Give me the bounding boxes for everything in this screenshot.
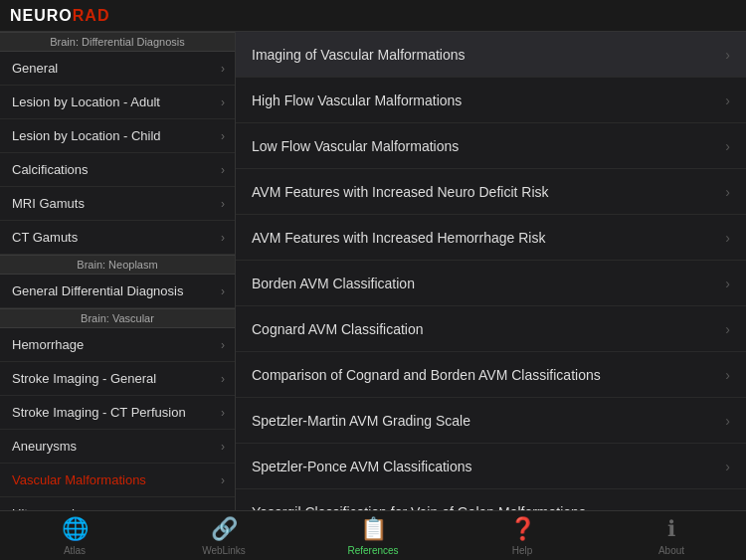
reference-item-label: Spetzler-Ponce AVM Classifications <box>252 459 717 474</box>
chevron-right-icon: › <box>725 321 730 337</box>
sidebar-item[interactable]: General Differential Diagnosis› <box>0 275 235 308</box>
reference-item[interactable]: Spetzler-Martin AVM Grading Scale› <box>236 398 746 444</box>
sidebar-item[interactable]: Vascular Malformations› <box>0 464 235 497</box>
reference-item[interactable]: Spetzler-Ponce AVM Classifications› <box>236 444 746 489</box>
sidebar-item-label: General Differential Diagnosis <box>12 283 217 298</box>
chevron-right-icon: › <box>221 62 225 76</box>
reference-item[interactable]: Yasargil Classification for Vein of Gale… <box>236 489 746 510</box>
sidebar-item-label: Hemorrhage <box>12 337 217 352</box>
logo-rad: Rad <box>73 7 110 25</box>
sidebar-item[interactable]: Lesion by Location - Child› <box>0 119 235 153</box>
tab-item-atlas[interactable]: 🌐Atlas <box>0 516 149 556</box>
chevron-right-icon: › <box>221 338 225 352</box>
sidebar-section-header: Brain: Differential Diagnosis <box>0 32 235 52</box>
chevron-right-icon: › <box>221 197 225 211</box>
chevron-right-icon: › <box>221 163 225 177</box>
chevron-right-icon: › <box>725 230 730 246</box>
chevron-right-icon: › <box>725 367 730 383</box>
chevron-right-icon: › <box>725 47 730 63</box>
tab-item-about[interactable]: ℹAbout <box>597 516 746 556</box>
reference-item[interactable]: Comparison of Cognard and Borden AVM Cla… <box>236 352 746 398</box>
tab-label: Atlas <box>64 545 86 556</box>
sidebar-item[interactable]: Aneurysms› <box>0 430 235 464</box>
app-header: NeuroRad <box>0 0 746 32</box>
tab-label: About <box>658 545 684 556</box>
chevron-right-icon: › <box>725 459 730 474</box>
chevron-right-icon: › <box>725 276 730 291</box>
reference-item-label: Borden AVM Classification <box>252 276 717 291</box>
sidebar-section-header: Brain: Vascular <box>0 308 235 328</box>
chevron-right-icon: › <box>221 129 225 143</box>
main-content: Brain: Differential DiagnosisGeneral›Les… <box>0 32 746 510</box>
reference-item[interactable]: AVM Features with Increased Hemorrhage R… <box>236 215 746 261</box>
reference-item[interactable]: Borden AVM Classification› <box>236 261 746 306</box>
sidebar-item[interactable]: MRI Gamuts› <box>0 187 235 221</box>
references-panel: Imaging of Vascular Malformations›High F… <box>236 32 746 510</box>
tab-icon-weblinks: 🔗 <box>211 516 238 542</box>
sidebar-item[interactable]: Calcifications› <box>0 153 235 187</box>
sidebar-item-label: Calcifications <box>12 162 217 177</box>
reference-item[interactable]: AVM Features with Increased Neuro Defici… <box>236 169 746 215</box>
chevron-right-icon: › <box>221 440 225 454</box>
reference-item-label: High Flow Vascular Malformations <box>252 93 717 108</box>
app-logo: NeuroRad <box>0 7 236 25</box>
sidebar-item-label: General <box>12 61 217 76</box>
tab-item-help[interactable]: ❓Help <box>448 516 597 556</box>
chevron-right-icon: › <box>725 93 730 108</box>
sidebar-item[interactable]: Lesion by Location - Adult› <box>0 86 235 119</box>
sidebar-item-label: CT Gamuts <box>12 230 217 245</box>
reference-item-label: Cognard AVM Classification <box>252 321 717 337</box>
tab-icon-help: ❓ <box>509 516 536 542</box>
chevron-right-icon: › <box>221 95 225 109</box>
sidebar: Brain: Differential DiagnosisGeneral›Les… <box>0 32 236 510</box>
tab-label: References <box>347 545 398 556</box>
tab-icon-atlas: 🌐 <box>62 516 89 542</box>
chevron-right-icon: › <box>221 284 225 298</box>
reference-item[interactable]: Cognard AVM Classification› <box>236 306 746 352</box>
reference-item-label: AVM Features with Increased Hemorrhage R… <box>252 230 717 246</box>
reference-item-label: Comparison of Cognard and Borden AVM Cla… <box>252 367 717 383</box>
sidebar-section-header: Brain: Neoplasm <box>0 255 235 275</box>
sidebar-item-label: MRI Gamuts <box>12 196 217 211</box>
chevron-right-icon: › <box>725 138 730 154</box>
sidebar-item-label: Lesion by Location - Adult <box>12 94 217 109</box>
chevron-right-icon: › <box>221 372 225 386</box>
reference-item[interactable]: Low Flow Vascular Malformations› <box>236 123 746 169</box>
tab-icon-about: ℹ <box>667 516 675 542</box>
sidebar-item[interactable]: CT Gamuts› <box>0 221 235 255</box>
sidebar-item-label: Aneurysms <box>12 439 217 454</box>
chevron-right-icon: › <box>725 413 730 429</box>
chevron-right-icon: › <box>221 406 225 420</box>
tab-icon-references: 📋 <box>360 516 387 542</box>
sidebar-item-label: Stroke Imaging - General <box>12 371 217 386</box>
reference-item-label: Imaging of Vascular Malformations <box>252 47 717 63</box>
tabbar: 🌐Atlas🔗WebLinks📋References❓HelpℹAbout <box>0 510 746 560</box>
sidebar-item-label: Lesion by Location - Child <box>12 128 217 143</box>
sidebar-item-label: Vascular Malformations <box>12 472 217 487</box>
chevron-right-icon: › <box>221 231 225 245</box>
sidebar-item[interactable]: Ultrasound› <box>0 497 235 510</box>
sidebar-item[interactable]: Hemorrhage› <box>0 328 235 362</box>
sidebar-item-label: Stroke Imaging - CT Perfusion <box>12 405 217 420</box>
tab-item-weblinks[interactable]: 🔗WebLinks <box>149 516 298 556</box>
chevron-right-icon: › <box>725 184 730 200</box>
reference-item[interactable]: Imaging of Vascular Malformations› <box>236 32 746 78</box>
sidebar-item[interactable]: Stroke Imaging - General› <box>0 362 235 396</box>
reference-item[interactable]: High Flow Vascular Malformations› <box>236 78 746 123</box>
reference-item-label: Spetzler-Martin AVM Grading Scale <box>252 413 717 429</box>
reference-item-label: Low Flow Vascular Malformations <box>252 138 717 154</box>
sidebar-item[interactable]: General› <box>0 52 235 86</box>
reference-item-label: AVM Features with Increased Neuro Defici… <box>252 184 717 200</box>
tab-item-references[interactable]: 📋References <box>298 516 448 556</box>
logo-neuro: Neuro <box>10 7 73 25</box>
chevron-right-icon: › <box>221 473 225 487</box>
tab-label: WebLinks <box>202 545 246 556</box>
sidebar-item[interactable]: Stroke Imaging - CT Perfusion› <box>0 396 235 430</box>
tab-label: Help <box>512 545 533 556</box>
